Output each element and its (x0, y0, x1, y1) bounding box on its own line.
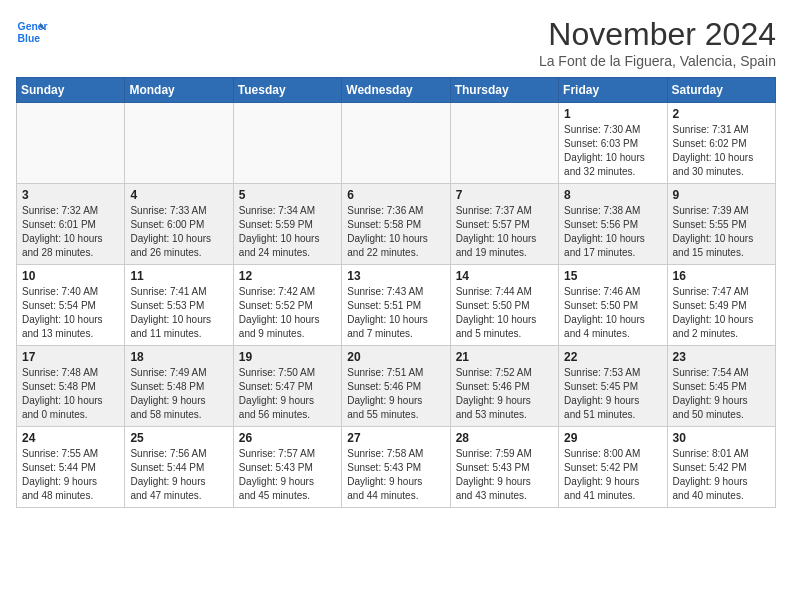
calendar-week-row: 10Sunrise: 7:40 AM Sunset: 5:54 PM Dayli… (17, 265, 776, 346)
calendar-table: SundayMondayTuesdayWednesdayThursdayFrid… (16, 77, 776, 508)
calendar-cell: 27Sunrise: 7:58 AM Sunset: 5:43 PM Dayli… (342, 427, 450, 508)
day-info: Sunrise: 7:38 AM Sunset: 5:56 PM Dayligh… (564, 204, 661, 260)
svg-text:Blue: Blue (18, 33, 41, 44)
day-info: Sunrise: 7:31 AM Sunset: 6:02 PM Dayligh… (673, 123, 770, 179)
calendar-cell: 4Sunrise: 7:33 AM Sunset: 6:00 PM Daylig… (125, 184, 233, 265)
calendar-cell: 6Sunrise: 7:36 AM Sunset: 5:58 PM Daylig… (342, 184, 450, 265)
calendar-cell: 10Sunrise: 7:40 AM Sunset: 5:54 PM Dayli… (17, 265, 125, 346)
month-title: November 2024 (539, 16, 776, 53)
calendar-cell: 7Sunrise: 7:37 AM Sunset: 5:57 PM Daylig… (450, 184, 558, 265)
calendar-cell: 15Sunrise: 7:46 AM Sunset: 5:50 PM Dayli… (559, 265, 667, 346)
day-number: 9 (673, 188, 770, 202)
calendar-cell: 21Sunrise: 7:52 AM Sunset: 5:46 PM Dayli… (450, 346, 558, 427)
day-number: 2 (673, 107, 770, 121)
day-info: Sunrise: 7:55 AM Sunset: 5:44 PM Dayligh… (22, 447, 119, 503)
calendar-week-row: 24Sunrise: 7:55 AM Sunset: 5:44 PM Dayli… (17, 427, 776, 508)
day-number: 22 (564, 350, 661, 364)
calendar-cell: 28Sunrise: 7:59 AM Sunset: 5:43 PM Dayli… (450, 427, 558, 508)
calendar-cell: 14Sunrise: 7:44 AM Sunset: 5:50 PM Dayli… (450, 265, 558, 346)
weekday-header-friday: Friday (559, 78, 667, 103)
day-number: 19 (239, 350, 336, 364)
day-info: Sunrise: 7:34 AM Sunset: 5:59 PM Dayligh… (239, 204, 336, 260)
weekday-header-sunday: Sunday (17, 78, 125, 103)
weekday-header-wednesday: Wednesday (342, 78, 450, 103)
day-number: 4 (130, 188, 227, 202)
calendar-cell: 3Sunrise: 7:32 AM Sunset: 6:01 PM Daylig… (17, 184, 125, 265)
calendar-cell: 29Sunrise: 8:00 AM Sunset: 5:42 PM Dayli… (559, 427, 667, 508)
calendar-cell: 18Sunrise: 7:49 AM Sunset: 5:48 PM Dayli… (125, 346, 233, 427)
day-info: Sunrise: 8:01 AM Sunset: 5:42 PM Dayligh… (673, 447, 770, 503)
day-info: Sunrise: 7:44 AM Sunset: 5:50 PM Dayligh… (456, 285, 553, 341)
weekday-header-monday: Monday (125, 78, 233, 103)
day-info: Sunrise: 7:49 AM Sunset: 5:48 PM Dayligh… (130, 366, 227, 422)
calendar-cell: 11Sunrise: 7:41 AM Sunset: 5:53 PM Dayli… (125, 265, 233, 346)
day-number: 20 (347, 350, 444, 364)
calendar-cell: 20Sunrise: 7:51 AM Sunset: 5:46 PM Dayli… (342, 346, 450, 427)
day-number: 10 (22, 269, 119, 283)
day-info: Sunrise: 7:33 AM Sunset: 6:00 PM Dayligh… (130, 204, 227, 260)
day-info: Sunrise: 7:52 AM Sunset: 5:46 PM Dayligh… (456, 366, 553, 422)
day-number: 17 (22, 350, 119, 364)
day-number: 8 (564, 188, 661, 202)
calendar-cell: 16Sunrise: 7:47 AM Sunset: 5:49 PM Dayli… (667, 265, 775, 346)
page-header: General Blue November 2024 La Font de la… (16, 16, 776, 69)
weekday-header-tuesday: Tuesday (233, 78, 341, 103)
day-info: Sunrise: 8:00 AM Sunset: 5:42 PM Dayligh… (564, 447, 661, 503)
day-number: 14 (456, 269, 553, 283)
calendar-cell: 5Sunrise: 7:34 AM Sunset: 5:59 PM Daylig… (233, 184, 341, 265)
day-info: Sunrise: 7:48 AM Sunset: 5:48 PM Dayligh… (22, 366, 119, 422)
day-info: Sunrise: 7:47 AM Sunset: 5:49 PM Dayligh… (673, 285, 770, 341)
day-number: 3 (22, 188, 119, 202)
logo-icon: General Blue (16, 16, 48, 48)
day-info: Sunrise: 7:50 AM Sunset: 5:47 PM Dayligh… (239, 366, 336, 422)
day-info: Sunrise: 7:59 AM Sunset: 5:43 PM Dayligh… (456, 447, 553, 503)
day-info: Sunrise: 7:57 AM Sunset: 5:43 PM Dayligh… (239, 447, 336, 503)
calendar-cell: 22Sunrise: 7:53 AM Sunset: 5:45 PM Dayli… (559, 346, 667, 427)
day-info: Sunrise: 7:58 AM Sunset: 5:43 PM Dayligh… (347, 447, 444, 503)
day-number: 18 (130, 350, 227, 364)
weekday-header-saturday: Saturday (667, 78, 775, 103)
day-number: 7 (456, 188, 553, 202)
location-subtitle: La Font de la Figuera, Valencia, Spain (539, 53, 776, 69)
calendar-cell: 25Sunrise: 7:56 AM Sunset: 5:44 PM Dayli… (125, 427, 233, 508)
day-number: 12 (239, 269, 336, 283)
day-number: 11 (130, 269, 227, 283)
day-number: 30 (673, 431, 770, 445)
calendar-cell: 17Sunrise: 7:48 AM Sunset: 5:48 PM Dayli… (17, 346, 125, 427)
calendar-cell (233, 103, 341, 184)
day-number: 6 (347, 188, 444, 202)
day-info: Sunrise: 7:37 AM Sunset: 5:57 PM Dayligh… (456, 204, 553, 260)
weekday-header-row: SundayMondayTuesdayWednesdayThursdayFrid… (17, 78, 776, 103)
calendar-week-row: 3Sunrise: 7:32 AM Sunset: 6:01 PM Daylig… (17, 184, 776, 265)
day-number: 24 (22, 431, 119, 445)
weekday-header-thursday: Thursday (450, 78, 558, 103)
day-number: 5 (239, 188, 336, 202)
title-block: November 2024 La Font de la Figuera, Val… (539, 16, 776, 69)
day-info: Sunrise: 7:54 AM Sunset: 5:45 PM Dayligh… (673, 366, 770, 422)
day-info: Sunrise: 7:43 AM Sunset: 5:51 PM Dayligh… (347, 285, 444, 341)
day-number: 27 (347, 431, 444, 445)
day-info: Sunrise: 7:42 AM Sunset: 5:52 PM Dayligh… (239, 285, 336, 341)
day-info: Sunrise: 7:39 AM Sunset: 5:55 PM Dayligh… (673, 204, 770, 260)
logo: General Blue (16, 16, 48, 48)
calendar-cell (342, 103, 450, 184)
calendar-cell: 13Sunrise: 7:43 AM Sunset: 5:51 PM Dayli… (342, 265, 450, 346)
day-info: Sunrise: 7:51 AM Sunset: 5:46 PM Dayligh… (347, 366, 444, 422)
day-number: 25 (130, 431, 227, 445)
day-number: 28 (456, 431, 553, 445)
day-info: Sunrise: 7:32 AM Sunset: 6:01 PM Dayligh… (22, 204, 119, 260)
calendar-cell: 30Sunrise: 8:01 AM Sunset: 5:42 PM Dayli… (667, 427, 775, 508)
day-number: 23 (673, 350, 770, 364)
day-info: Sunrise: 7:56 AM Sunset: 5:44 PM Dayligh… (130, 447, 227, 503)
day-info: Sunrise: 7:36 AM Sunset: 5:58 PM Dayligh… (347, 204, 444, 260)
calendar-cell: 26Sunrise: 7:57 AM Sunset: 5:43 PM Dayli… (233, 427, 341, 508)
calendar-cell: 24Sunrise: 7:55 AM Sunset: 5:44 PM Dayli… (17, 427, 125, 508)
day-number: 16 (673, 269, 770, 283)
calendar-cell: 9Sunrise: 7:39 AM Sunset: 5:55 PM Daylig… (667, 184, 775, 265)
calendar-cell: 2Sunrise: 7:31 AM Sunset: 6:02 PM Daylig… (667, 103, 775, 184)
calendar-cell: 19Sunrise: 7:50 AM Sunset: 5:47 PM Dayli… (233, 346, 341, 427)
calendar-week-row: 17Sunrise: 7:48 AM Sunset: 5:48 PM Dayli… (17, 346, 776, 427)
calendar-cell (450, 103, 558, 184)
calendar-cell: 12Sunrise: 7:42 AM Sunset: 5:52 PM Dayli… (233, 265, 341, 346)
day-info: Sunrise: 7:53 AM Sunset: 5:45 PM Dayligh… (564, 366, 661, 422)
